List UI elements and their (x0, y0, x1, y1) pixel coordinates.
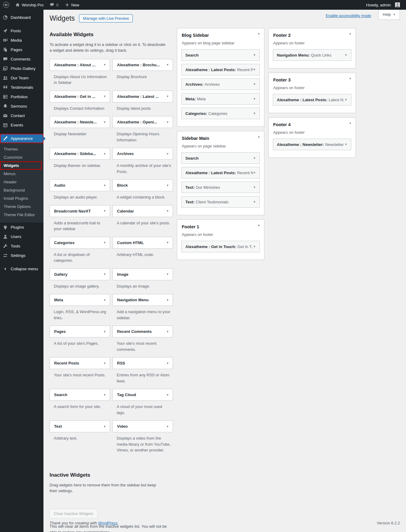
assigned-widget[interactable]: Meta:Meta ▼ (181, 93, 260, 105)
assigned-widget[interactable]: Alexatheme : Latest Posts:Latest N... ▼ (273, 94, 351, 105)
sidebar-item-contact[interactable]: Contact (0, 111, 43, 120)
widget-card[interactable]: Alexatheme : Get in ... ▼ (50, 91, 110, 102)
bell-icon (3, 104, 8, 109)
panel-header[interactable]: Footer 3 ▲ Appears on footer (269, 73, 356, 90)
assigned-widget[interactable]: Alexatheme : Latest Posts:Recent N... ▼ (181, 167, 260, 178)
sidebar-item-dashboard[interactable]: Dashboard (0, 13, 43, 22)
widget-card[interactable]: Alexatheme : Openi... ▼ (112, 116, 173, 128)
panel-header[interactable]: Footer 1 ▲ Appears on footer (177, 220, 264, 237)
assigned-widget[interactable]: Search ▼ (181, 49, 260, 61)
sidebar-item-media[interactable]: Media (0, 36, 43, 45)
help-dropdown[interactable]: Help ▼ (378, 10, 400, 20)
widget-card[interactable]: Archives ▼ (112, 148, 173, 160)
widget-card[interactable]: Breadcrumb NavXT ▼ (50, 205, 110, 217)
accessibility-mode-link[interactable]: Enable accessibility mode (326, 13, 371, 18)
sidebar-item-our-team[interactable]: Our Team (0, 73, 43, 83)
collapse-icon[interactable]: ▲ (349, 77, 352, 80)
submenu-item-widgets[interactable]: Widgets (0, 161, 42, 170)
assigned-widget[interactable]: Alexatheme : Newsletter:Newsletter ▼ (273, 139, 351, 150)
assigned-widget-value: Client Testimonials (196, 200, 229, 204)
widget-card[interactable]: Alexatheme : Latest ... ▼ (112, 91, 173, 102)
sidebar-item-posts[interactable]: Posts (0, 26, 43, 36)
submenu-item-customize[interactable]: Customize (0, 153, 43, 161)
comments-shortcut[interactable]: 0 (46, 0, 61, 10)
assigned-widget[interactable]: Categories:Categories ▼ (181, 108, 260, 119)
widget-card[interactable]: Meta ▼ (50, 294, 110, 306)
assigned-widget[interactable]: Navigation Menu:Quick Links ▼ (273, 49, 351, 61)
widget-card[interactable]: Audio ▼ (50, 179, 110, 191)
clear-inactive-widgets-button[interactable]: Clear Inactive Widgets (50, 509, 98, 518)
assigned-widget[interactable]: Search ▼ (181, 152, 260, 164)
widget-description: Displays an audio player. (50, 191, 110, 205)
assigned-widget[interactable]: Alexatheme : Get in Touch:Get In T... ▼ (181, 241, 260, 252)
widget-card[interactable]: Categories ▼ (50, 237, 110, 249)
assigned-widget[interactable]: Archives:Archives ▼ (181, 78, 260, 90)
assigned-widget[interactable]: Alexatheme : Latest Posts:Recent P... ▼ (181, 64, 260, 75)
sidebar-item-settings[interactable]: Settings (0, 251, 43, 260)
widget-description: Adds a breadcrumb trail to your sidebar (50, 217, 110, 237)
sidebar-item-testimonials[interactable]: Testimonials (0, 83, 43, 92)
widget-card[interactable]: Gallery ▼ (50, 268, 110, 280)
main-content: Enable accessibility mode Help ▼ Widgets… (43, 10, 406, 532)
sidebar-item-portfolios[interactable]: Portfolios (0, 92, 43, 102)
widget-card[interactable]: Alexatheme : Sideba... ▼ (50, 148, 110, 160)
collapse-icon[interactable]: ▲ (349, 32, 352, 35)
submenu-item-theme-file-editor[interactable]: Theme File Editor (0, 211, 43, 219)
submenu-item-header[interactable]: Header (0, 178, 43, 186)
widget-card[interactable]: Block ▼ (112, 179, 173, 191)
widget-card[interactable]: Text ▼ (50, 420, 110, 432)
widget-title: Tag Cloud (117, 392, 136, 397)
widget-card[interactable]: Alexatheme : About ... ▼ (50, 59, 110, 71)
wordpress-menu[interactable]: W (0, 0, 12, 10)
sidebar-item-tools[interactable]: Tools (0, 241, 43, 251)
widget-card[interactable]: Pages ▼ (50, 326, 110, 337)
collapse-icon[interactable]: ▲ (349, 121, 352, 124)
panel-header[interactable]: Footer 4 ▲ Appears on footer (269, 118, 356, 135)
widget-card[interactable]: RSS ▼ (112, 357, 173, 369)
site-link[interactable]: Worship Pro (12, 0, 46, 10)
sidebar-item-photo-gallery[interactable]: Photo Gallery (0, 64, 43, 73)
widget-card[interactable]: Search ▼ (50, 389, 110, 401)
submenu-item-install-plugins[interactable]: Install Plugins (0, 194, 43, 202)
widget-card[interactable]: Navigation Menu ▼ (112, 294, 173, 306)
collapse-menu-button[interactable]: Collapse menu (0, 264, 43, 274)
sidebar-item-sermons[interactable]: Sermons (0, 102, 43, 111)
submenu-item-theme-options[interactable]: Theme Options (0, 202, 43, 211)
widget-card[interactable]: Custom HTML ▼ (112, 237, 173, 249)
sidebar-item-appearance[interactable]: Appearance (0, 134, 43, 143)
widget-card[interactable]: Tag Cloud ▼ (112, 389, 173, 401)
panel-header[interactable]: Sidebar Main ▲ Appears on page sidebar (177, 131, 264, 148)
panel-header[interactable]: Footer 2 ▲ Appears on footer (269, 28, 356, 45)
collapse-icon[interactable]: ▲ (257, 32, 260, 35)
submenu-item-themes[interactable]: Themes (0, 145, 43, 153)
widget-card[interactable]: Calendar ▼ (112, 205, 173, 217)
widget-card[interactable]: Video ▼ (112, 420, 173, 432)
panel-header[interactable]: Blog Sidebar ▲ Appears on blog page side… (177, 28, 264, 45)
widget-card[interactable]: Image ▼ (112, 268, 173, 280)
sidebar-item-events[interactable]: Events (0, 120, 43, 130)
sidebar-item-plugins[interactable]: Plugins (0, 223, 43, 232)
collapse-icon[interactable]: ▲ (257, 135, 260, 138)
widget-card[interactable]: Alexatheme : Newsle... ▼ (50, 116, 110, 128)
sidebar-item-pages[interactable]: Pages (0, 45, 43, 54)
widget-card[interactable]: Alexatheme : Brochu... ▼ (112, 59, 173, 71)
widget-card[interactable]: Recent Comments ▼ (112, 326, 173, 337)
assigned-widget[interactable]: Text:Our Ministries ▼ (181, 181, 260, 193)
people-icon (3, 75, 8, 81)
assigned-widget-value: Get In T... (237, 244, 253, 249)
dashboard-icon (3, 15, 8, 20)
collapse-icon[interactable]: ▲ (257, 223, 260, 226)
submenu-item-background[interactable]: Background (0, 186, 43, 194)
sidebar-item-users[interactable]: Users (0, 232, 43, 241)
assigned-widget[interactable]: Text:Client Testimonials ▼ (181, 196, 260, 208)
assigned-widget-value: Newsletter (325, 142, 344, 147)
widget-title: Pages (54, 329, 66, 334)
howdy-menu[interactable]: Howdy, admin (363, 0, 403, 10)
wordpress-link[interactable]: WordPress (98, 521, 118, 525)
widget-description: A list of your site's Pages. (50, 337, 110, 351)
submenu-item-menus[interactable]: Menus (0, 170, 43, 178)
widget-card[interactable]: Recent Posts ▼ (50, 357, 110, 369)
manage-live-preview-button[interactable]: Manage with Live Preview (79, 14, 133, 22)
new-content-menu[interactable]: New (62, 0, 82, 10)
sidebar-item-comments[interactable]: Comments (0, 54, 43, 64)
